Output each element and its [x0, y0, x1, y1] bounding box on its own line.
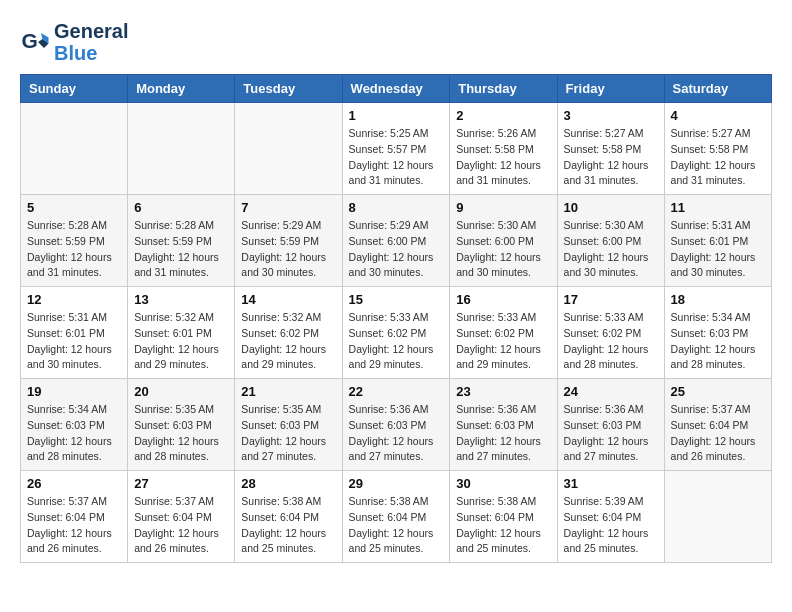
- day-number: 6: [134, 200, 228, 215]
- day-number: 22: [349, 384, 444, 399]
- day-number: 14: [241, 292, 335, 307]
- day-info: Sunrise: 5:32 AM Sunset: 6:01 PM Dayligh…: [134, 310, 228, 373]
- calendar-cell: [235, 103, 342, 195]
- calendar-cell: 20Sunrise: 5:35 AM Sunset: 6:03 PM Dayli…: [128, 379, 235, 471]
- day-info: Sunrise: 5:38 AM Sunset: 6:04 PM Dayligh…: [241, 494, 335, 557]
- calendar-header-friday: Friday: [557, 75, 664, 103]
- calendar-cell: [664, 471, 771, 563]
- day-number: 21: [241, 384, 335, 399]
- day-number: 12: [27, 292, 121, 307]
- calendar-cell: 27Sunrise: 5:37 AM Sunset: 6:04 PM Dayli…: [128, 471, 235, 563]
- calendar-cell: 9Sunrise: 5:30 AM Sunset: 6:00 PM Daylig…: [450, 195, 557, 287]
- day-info: Sunrise: 5:29 AM Sunset: 5:59 PM Dayligh…: [241, 218, 335, 281]
- calendar-cell: 3Sunrise: 5:27 AM Sunset: 5:58 PM Daylig…: [557, 103, 664, 195]
- calendar-cell: 26Sunrise: 5:37 AM Sunset: 6:04 PM Dayli…: [21, 471, 128, 563]
- calendar-cell: [128, 103, 235, 195]
- calendar-cell: 15Sunrise: 5:33 AM Sunset: 6:02 PM Dayli…: [342, 287, 450, 379]
- day-number: 19: [27, 384, 121, 399]
- day-number: 29: [349, 476, 444, 491]
- day-info: Sunrise: 5:29 AM Sunset: 6:00 PM Dayligh…: [349, 218, 444, 281]
- day-number: 25: [671, 384, 765, 399]
- day-number: 20: [134, 384, 228, 399]
- calendar-header-sunday: Sunday: [21, 75, 128, 103]
- day-number: 24: [564, 384, 658, 399]
- day-number: 10: [564, 200, 658, 215]
- calendar-cell: 24Sunrise: 5:36 AM Sunset: 6:03 PM Dayli…: [557, 379, 664, 471]
- day-info: Sunrise: 5:37 AM Sunset: 6:04 PM Dayligh…: [27, 494, 121, 557]
- logo: G General Blue: [20, 20, 128, 64]
- logo-text-line1: General: [54, 20, 128, 42]
- day-info: Sunrise: 5:28 AM Sunset: 5:59 PM Dayligh…: [134, 218, 228, 281]
- calendar-cell: 14Sunrise: 5:32 AM Sunset: 6:02 PM Dayli…: [235, 287, 342, 379]
- day-number: 23: [456, 384, 550, 399]
- day-info: Sunrise: 5:34 AM Sunset: 6:03 PM Dayligh…: [27, 402, 121, 465]
- day-info: Sunrise: 5:36 AM Sunset: 6:03 PM Dayligh…: [349, 402, 444, 465]
- logo-icon: G: [20, 27, 50, 57]
- calendar-header-monday: Monday: [128, 75, 235, 103]
- day-info: Sunrise: 5:33 AM Sunset: 6:02 PM Dayligh…: [564, 310, 658, 373]
- day-number: 15: [349, 292, 444, 307]
- calendar-cell: [21, 103, 128, 195]
- svg-text:G: G: [22, 29, 38, 52]
- calendar-cell: 29Sunrise: 5:38 AM Sunset: 6:04 PM Dayli…: [342, 471, 450, 563]
- day-info: Sunrise: 5:38 AM Sunset: 6:04 PM Dayligh…: [456, 494, 550, 557]
- day-number: 4: [671, 108, 765, 123]
- day-info: Sunrise: 5:26 AM Sunset: 5:58 PM Dayligh…: [456, 126, 550, 189]
- day-info: Sunrise: 5:27 AM Sunset: 5:58 PM Dayligh…: [671, 126, 765, 189]
- calendar-cell: 4Sunrise: 5:27 AM Sunset: 5:58 PM Daylig…: [664, 103, 771, 195]
- day-info: Sunrise: 5:33 AM Sunset: 6:02 PM Dayligh…: [456, 310, 550, 373]
- calendar-header-saturday: Saturday: [664, 75, 771, 103]
- day-number: 7: [241, 200, 335, 215]
- day-info: Sunrise: 5:36 AM Sunset: 6:03 PM Dayligh…: [456, 402, 550, 465]
- calendar-cell: 11Sunrise: 5:31 AM Sunset: 6:01 PM Dayli…: [664, 195, 771, 287]
- day-info: Sunrise: 5:37 AM Sunset: 6:04 PM Dayligh…: [134, 494, 228, 557]
- day-number: 11: [671, 200, 765, 215]
- day-number: 13: [134, 292, 228, 307]
- day-info: Sunrise: 5:34 AM Sunset: 6:03 PM Dayligh…: [671, 310, 765, 373]
- calendar-cell: 5Sunrise: 5:28 AM Sunset: 5:59 PM Daylig…: [21, 195, 128, 287]
- day-info: Sunrise: 5:35 AM Sunset: 6:03 PM Dayligh…: [241, 402, 335, 465]
- day-number: 17: [564, 292, 658, 307]
- calendar-cell: 10Sunrise: 5:30 AM Sunset: 6:00 PM Dayli…: [557, 195, 664, 287]
- day-number: 28: [241, 476, 335, 491]
- day-number: 26: [27, 476, 121, 491]
- day-number: 2: [456, 108, 550, 123]
- day-info: Sunrise: 5:27 AM Sunset: 5:58 PM Dayligh…: [564, 126, 658, 189]
- day-info: Sunrise: 5:30 AM Sunset: 6:00 PM Dayligh…: [456, 218, 550, 281]
- calendar-header-thursday: Thursday: [450, 75, 557, 103]
- calendar-cell: 28Sunrise: 5:38 AM Sunset: 6:04 PM Dayli…: [235, 471, 342, 563]
- calendar-cell: 21Sunrise: 5:35 AM Sunset: 6:03 PM Dayli…: [235, 379, 342, 471]
- day-info: Sunrise: 5:39 AM Sunset: 6:04 PM Dayligh…: [564, 494, 658, 557]
- calendar-cell: 18Sunrise: 5:34 AM Sunset: 6:03 PM Dayli…: [664, 287, 771, 379]
- page-header: G General Blue: [20, 20, 772, 64]
- calendar-week-row: 5Sunrise: 5:28 AM Sunset: 5:59 PM Daylig…: [21, 195, 772, 287]
- day-number: 30: [456, 476, 550, 491]
- day-info: Sunrise: 5:38 AM Sunset: 6:04 PM Dayligh…: [349, 494, 444, 557]
- calendar-cell: 2Sunrise: 5:26 AM Sunset: 5:58 PM Daylig…: [450, 103, 557, 195]
- calendar-cell: 30Sunrise: 5:38 AM Sunset: 6:04 PM Dayli…: [450, 471, 557, 563]
- calendar-cell: 17Sunrise: 5:33 AM Sunset: 6:02 PM Dayli…: [557, 287, 664, 379]
- calendar-cell: 1Sunrise: 5:25 AM Sunset: 5:57 PM Daylig…: [342, 103, 450, 195]
- day-info: Sunrise: 5:31 AM Sunset: 6:01 PM Dayligh…: [671, 218, 765, 281]
- calendar-week-row: 1Sunrise: 5:25 AM Sunset: 5:57 PM Daylig…: [21, 103, 772, 195]
- calendar-cell: 13Sunrise: 5:32 AM Sunset: 6:01 PM Dayli…: [128, 287, 235, 379]
- calendar-cell: 23Sunrise: 5:36 AM Sunset: 6:03 PM Dayli…: [450, 379, 557, 471]
- day-number: 5: [27, 200, 121, 215]
- day-info: Sunrise: 5:37 AM Sunset: 6:04 PM Dayligh…: [671, 402, 765, 465]
- day-info: Sunrise: 5:33 AM Sunset: 6:02 PM Dayligh…: [349, 310, 444, 373]
- day-number: 16: [456, 292, 550, 307]
- day-number: 9: [456, 200, 550, 215]
- calendar-cell: 7Sunrise: 5:29 AM Sunset: 5:59 PM Daylig…: [235, 195, 342, 287]
- day-number: 18: [671, 292, 765, 307]
- calendar-cell: 19Sunrise: 5:34 AM Sunset: 6:03 PM Dayli…: [21, 379, 128, 471]
- calendar-header-wednesday: Wednesday: [342, 75, 450, 103]
- calendar-cell: 25Sunrise: 5:37 AM Sunset: 6:04 PM Dayli…: [664, 379, 771, 471]
- calendar-table: SundayMondayTuesdayWednesdayThursdayFrid…: [20, 74, 772, 563]
- day-info: Sunrise: 5:31 AM Sunset: 6:01 PM Dayligh…: [27, 310, 121, 373]
- calendar-cell: 6Sunrise: 5:28 AM Sunset: 5:59 PM Daylig…: [128, 195, 235, 287]
- calendar-week-row: 12Sunrise: 5:31 AM Sunset: 6:01 PM Dayli…: [21, 287, 772, 379]
- calendar-header-tuesday: Tuesday: [235, 75, 342, 103]
- calendar-cell: 12Sunrise: 5:31 AM Sunset: 6:01 PM Dayli…: [21, 287, 128, 379]
- day-info: Sunrise: 5:25 AM Sunset: 5:57 PM Dayligh…: [349, 126, 444, 189]
- day-number: 8: [349, 200, 444, 215]
